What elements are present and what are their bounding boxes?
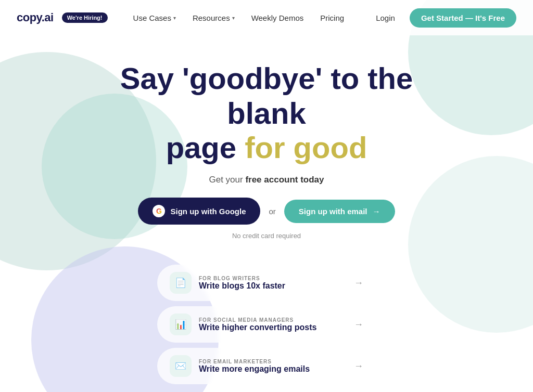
feature-icon-2: ✉️ bbox=[175, 360, 186, 372]
google-icon: G bbox=[153, 205, 165, 217]
hero-title-line1: Say 'goodbye' to the blank bbox=[120, 61, 413, 130]
no-credit-text: No credit card required bbox=[10, 232, 523, 240]
hero-section: Say 'goodbye' to the blank page for good… bbox=[0, 35, 533, 250]
nav-label-weekly-demos: Weekly Demos bbox=[251, 14, 304, 22]
feature-text-1: FOR SOCIAL MEDIA MANAGERS Write higher c… bbox=[199, 317, 347, 332]
google-g-letter: G bbox=[156, 207, 162, 215]
nav-label-use-cases: Use Cases bbox=[133, 14, 171, 22]
cta-row: G Sign up with Google or Sign up with em… bbox=[10, 198, 523, 225]
hiring-badge[interactable]: We're Hiring! bbox=[62, 12, 108, 23]
nav-left: copy.ai We're Hiring! bbox=[17, 11, 108, 24]
nav-right: Login Get Started — It's Free bbox=[370, 8, 516, 28]
feature-text-2: FOR EMAIL MARKETERS Write more engaging … bbox=[199, 359, 347, 374]
feature-icon-wrap-2: ✉️ bbox=[170, 355, 192, 377]
header: copy.ai We're Hiring! Use Cases ▾ Resour… bbox=[0, 0, 533, 35]
feature-card-1[interactable]: 📊 FOR SOCIAL MEDIA MANAGERS Write higher… bbox=[157, 306, 376, 343]
arrow-right-icon: → bbox=[373, 207, 380, 216]
nav-label-resources: Resources bbox=[193, 14, 230, 22]
nav-item-resources[interactable]: Resources ▾ bbox=[186, 9, 241, 27]
feature-card-0[interactable]: 📄 FOR BLOG WRITERS Write blogs 10x faste… bbox=[157, 265, 376, 301]
hero-subtitle-bold: free account today bbox=[245, 175, 324, 185]
feature-label-1: FOR SOCIAL MEDIA MANAGERS bbox=[199, 317, 347, 323]
chevron-down-icon: ▾ bbox=[232, 15, 235, 21]
nav-center: Use Cases ▾ Resources ▾ Weekly Demos Pri… bbox=[127, 9, 351, 27]
hero-title: Say 'goodbye' to the blank page for good bbox=[84, 61, 449, 165]
feature-arrow-icon-1: → bbox=[354, 319, 363, 330]
hero-title-highlight: for good bbox=[245, 130, 367, 164]
hero-subtitle: Get your free account today bbox=[10, 175, 523, 185]
logo[interactable]: copy.ai bbox=[17, 11, 54, 24]
feature-label-0: FOR BLOG WRITERS bbox=[199, 276, 347, 281]
email-signup-label: Sign up with email bbox=[299, 207, 367, 216]
feature-icon-1: 📊 bbox=[175, 319, 186, 330]
email-signup-button[interactable]: Sign up with email → bbox=[284, 200, 395, 223]
feature-icon-0: 📄 bbox=[175, 277, 186, 289]
nav-label-pricing: Pricing bbox=[320, 14, 344, 22]
feature-icon-wrap-0: 📄 bbox=[170, 272, 192, 294]
feature-title-2: Write more engaging emails bbox=[199, 364, 347, 374]
google-signup-button[interactable]: G Sign up with Google bbox=[138, 198, 260, 225]
get-started-button[interactable]: Get Started — It's Free bbox=[410, 8, 516, 28]
feature-icon-wrap-1: 📊 bbox=[170, 313, 192, 335]
feature-title-0: Write blogs 10x faster bbox=[199, 281, 347, 291]
google-signup-label: Sign up with Google bbox=[170, 207, 246, 216]
feature-arrow-icon-0: → bbox=[354, 278, 363, 289]
features-section: 📄 FOR BLOG WRITERS Write blogs 10x faste… bbox=[0, 265, 533, 384]
feature-arrow-icon-2: → bbox=[354, 361, 363, 372]
feature-text-0: FOR BLOG WRITERS Write blogs 10x faster bbox=[199, 276, 347, 291]
login-button[interactable]: Login bbox=[370, 9, 401, 27]
chevron-down-icon: ▾ bbox=[173, 15, 176, 21]
hero-title-line2: page bbox=[166, 130, 245, 164]
feature-label-2: FOR EMAIL MARKETERS bbox=[199, 359, 347, 364]
nav-item-use-cases[interactable]: Use Cases ▾ bbox=[127, 9, 182, 27]
nav-item-weekly-demos[interactable]: Weekly Demos bbox=[245, 9, 310, 27]
feature-title-1: Write higher converting posts bbox=[199, 323, 347, 332]
nav-item-pricing[interactable]: Pricing bbox=[314, 9, 350, 27]
feature-card-2[interactable]: ✉️ FOR EMAIL MARKETERS Write more engagi… bbox=[157, 348, 376, 384]
or-text: or bbox=[269, 207, 275, 216]
hero-subtitle-prefix: Get your bbox=[209, 175, 245, 185]
